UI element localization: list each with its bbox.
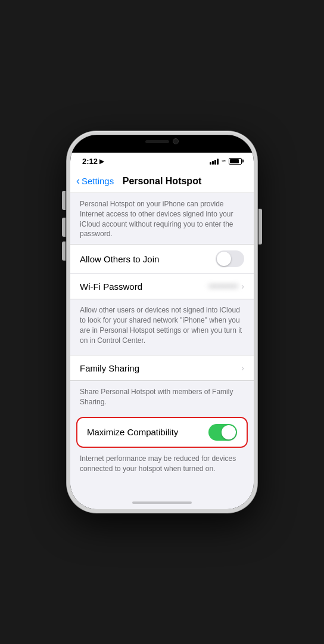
location-icon: ▶ — [99, 158, 104, 165]
family-sharing-description: Share Personal Hotspot with members of F… — [70, 381, 254, 412]
description-top: Personal Hotspot on your iPhone can prov… — [70, 193, 254, 244]
wifi-password-row[interactable]: Wi-Fi Password •••••••••• › — [70, 274, 254, 299]
spacer-1 — [70, 350, 254, 355]
page-title: Personal Hotspot — [123, 176, 201, 187]
family-sharing-row[interactable]: Family Sharing › — [70, 355, 254, 380]
settings-content: Personal Hotspot on your iPhone can prov… — [70, 193, 254, 496]
family-sharing-chevron-icon: › — [241, 363, 244, 373]
wifi-icon: ≈ — [222, 157, 226, 165]
wifi-password-value: •••••••••• — [208, 281, 238, 291]
family-sharing-label: Family Sharing — [80, 363, 139, 373]
notch-speaker — [145, 140, 169, 143]
back-chevron-icon: ‹ — [76, 175, 80, 186]
maximize-compatibility-highlight: Maximize Compatibility — [76, 417, 248, 448]
phone-inner: 2:12 ▶ ≈ — [70, 135, 254, 509]
maximize-compatibility-toggle-knob — [222, 425, 236, 439]
spacer-bottom — [70, 479, 254, 488]
allow-others-toggle-knob — [217, 252, 231, 266]
settings-group-2: Family Sharing › — [70, 355, 254, 381]
allow-others-label: Allow Others to Join — [80, 254, 159, 264]
battery-fill — [230, 159, 239, 163]
back-label: Settings — [82, 176, 114, 186]
maximize-compatibility-row: Maximize Compatibility — [77, 418, 247, 447]
spacer-2 — [70, 412, 254, 417]
notch-area — [70, 135, 254, 153]
battery-icon — [229, 158, 242, 165]
notch-camera — [173, 138, 179, 144]
phone-frame: 2:12 ▶ ≈ — [67, 131, 257, 513]
home-indicator — [70, 496, 254, 509]
notch — [126, 135, 198, 148]
time-label: 2:12 — [82, 157, 98, 166]
maximize-description: Internet performance may be reduced for … — [70, 448, 254, 479]
nav-bar: ‹ Settings Personal Hotspot — [70, 169, 254, 193]
status-icons: ≈ — [210, 157, 242, 165]
screen: 2:12 ▶ ≈ — [70, 135, 254, 509]
status-time: 2:12 ▶ — [82, 157, 104, 166]
wifi-password-label: Wi-Fi Password — [80, 281, 142, 292]
home-bar — [132, 501, 192, 504]
maximize-compatibility-toggle[interactable] — [208, 424, 237, 441]
maximize-compatibility-label: Maximize Compatibility — [87, 427, 178, 437]
family-sharing-right: › — [241, 363, 244, 373]
signal-bars-icon — [210, 157, 219, 165]
wifi-password-right: •••••••••• › — [208, 281, 244, 291]
description-middle: Allow other users or devices not signed … — [70, 299, 254, 350]
allow-others-row: Allow Others to Join — [70, 244, 254, 274]
back-button[interactable]: ‹ Settings — [76, 176, 114, 186]
allow-others-toggle[interactable] — [216, 250, 244, 267]
settings-group-1: Allow Others to Join Wi-Fi Password ••••… — [70, 244, 254, 299]
status-bar: 2:12 ▶ ≈ — [70, 153, 254, 169]
wifi-password-chevron-icon: › — [241, 281, 244, 291]
